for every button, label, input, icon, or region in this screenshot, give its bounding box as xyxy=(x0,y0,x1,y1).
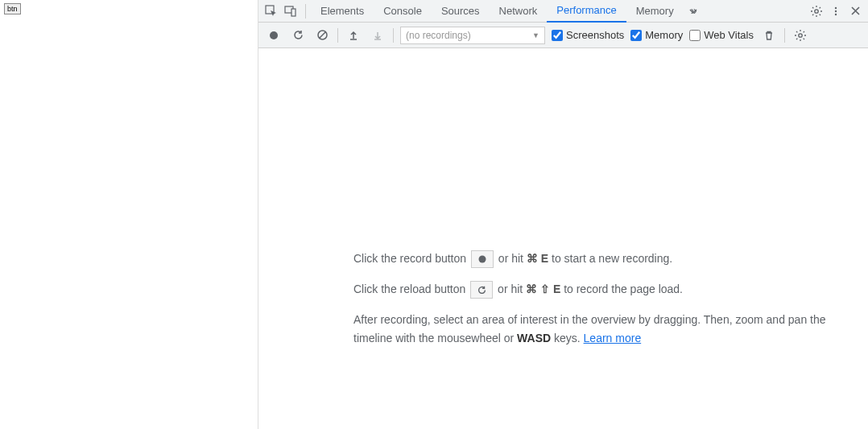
text: Click the record button xyxy=(353,252,469,265)
webvitals-checkbox-input[interactable] xyxy=(689,30,701,41)
clear-button[interactable] xyxy=(313,27,331,44)
record-icon[interactable] xyxy=(471,250,494,268)
svg-point-3 xyxy=(815,9,818,12)
performance-empty-state: Click the record button or hit ⌘ E to st… xyxy=(353,250,852,360)
screenshots-checkbox-input[interactable] xyxy=(552,30,563,41)
text: Click the reload button xyxy=(353,283,469,295)
shortcut-key: ⌘ ⇧ E xyxy=(526,283,560,295)
webvitals-label: Web Vitals xyxy=(704,29,754,41)
text: keys. xyxy=(551,332,583,344)
device-toggle-icon[interactable] xyxy=(281,2,300,21)
more-tabs-icon[interactable]: » xyxy=(684,2,703,21)
tab-network[interactable]: Network xyxy=(490,0,548,23)
svg-point-4 xyxy=(835,6,837,8)
tab-memory[interactable]: Memory xyxy=(626,0,684,23)
devtools-panel: Elements Console Sources Network Perform… xyxy=(258,0,868,429)
tab-performance[interactable]: Performance xyxy=(547,0,626,23)
memory-checkbox[interactable]: Memory xyxy=(630,29,683,41)
separator xyxy=(393,28,394,43)
tab-elements[interactable]: Elements xyxy=(311,0,374,23)
svg-point-7 xyxy=(270,31,278,39)
shortcut-key: ⌘ E xyxy=(527,252,548,265)
separator xyxy=(337,28,338,43)
download-profile-icon[interactable] xyxy=(369,27,386,44)
performance-controlbar: (no recordings) ▼ Screenshots Memory Web… xyxy=(258,23,868,48)
text: or hit xyxy=(498,283,526,295)
separator xyxy=(305,4,306,19)
caret-down-icon: ▼ xyxy=(532,31,539,39)
kebab-menu-icon[interactable] xyxy=(826,2,845,21)
capture-settings-gear-icon[interactable] xyxy=(792,27,809,44)
empty-line-reload: Click the reload button or hit ⌘ ⇧ E to … xyxy=(353,280,852,299)
record-button[interactable] xyxy=(265,27,283,44)
reload-icon[interactable] xyxy=(470,281,493,299)
text: to record the page load. xyxy=(564,283,683,295)
devtools-tabbar: Elements Console Sources Network Perform… xyxy=(258,0,868,23)
page-preview: btn xyxy=(0,0,258,429)
learn-more-link[interactable]: Learn more xyxy=(584,332,642,344)
reload-button[interactable] xyxy=(289,27,307,44)
upload-profile-icon[interactable] xyxy=(345,27,362,44)
performance-panel-body: Click the record button or hit ⌘ E to st… xyxy=(258,48,868,429)
screenshots-label: Screenshots xyxy=(566,29,624,41)
recording-select-label: (no recordings) xyxy=(406,30,471,41)
wasd-label: WASD xyxy=(517,332,551,344)
empty-line-help: After recording, select an area of inter… xyxy=(353,311,852,349)
svg-line-9 xyxy=(319,32,325,39)
svg-point-5 xyxy=(835,10,837,11)
svg-point-13 xyxy=(478,256,486,263)
settings-gear-icon[interactable] xyxy=(807,2,826,21)
screenshots-checkbox[interactable]: Screenshots xyxy=(552,29,624,41)
separator xyxy=(784,28,785,43)
memory-checkbox-input[interactable] xyxy=(630,30,642,41)
text: to start a new recording. xyxy=(552,252,672,265)
garbage-collect-icon[interactable] xyxy=(760,27,778,44)
tab-sources[interactable]: Sources xyxy=(432,0,490,23)
svg-rect-2 xyxy=(291,9,296,16)
empty-line-record: Click the record button or hit ⌘ E to st… xyxy=(353,250,852,269)
close-devtools-icon[interactable] xyxy=(845,2,865,21)
text: or hit xyxy=(498,252,527,265)
recording-select[interactable]: (no recordings) ▼ xyxy=(400,27,545,44)
webvitals-checkbox[interactable]: Web Vitals xyxy=(689,29,754,41)
svg-point-12 xyxy=(799,33,802,36)
page-btn[interactable]: btn xyxy=(4,3,21,14)
inspect-element-icon[interactable] xyxy=(262,2,281,21)
tab-console[interactable]: Console xyxy=(374,0,432,23)
memory-label: Memory xyxy=(645,29,683,41)
svg-point-6 xyxy=(835,13,837,14)
